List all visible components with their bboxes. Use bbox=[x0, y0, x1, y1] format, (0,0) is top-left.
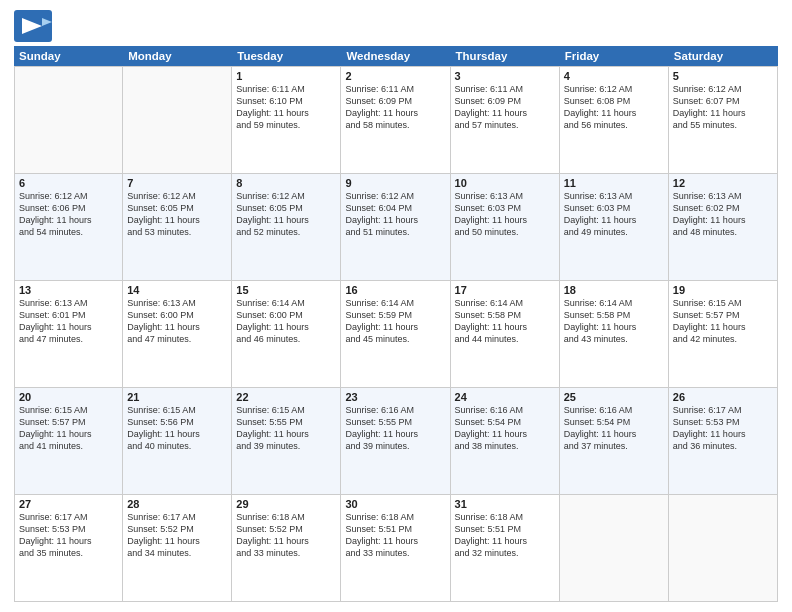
day-number: 27 bbox=[19, 498, 118, 510]
calendar: SundayMondayTuesdayWednesdayThursdayFrid… bbox=[14, 46, 778, 602]
day-info: Sunrise: 6:13 AMSunset: 6:03 PMDaylight:… bbox=[564, 190, 664, 239]
day-info: Sunrise: 6:15 AMSunset: 5:55 PMDaylight:… bbox=[236, 404, 336, 453]
calendar-empty-cell bbox=[123, 67, 232, 173]
day-info: Sunrise: 6:12 AMSunset: 6:04 PMDaylight:… bbox=[345, 190, 445, 239]
day-info: Sunrise: 6:18 AMSunset: 5:52 PMDaylight:… bbox=[236, 511, 336, 560]
calendar-day-8: 8Sunrise: 6:12 AMSunset: 6:05 PMDaylight… bbox=[232, 174, 341, 280]
day-info: Sunrise: 6:17 AMSunset: 5:53 PMDaylight:… bbox=[19, 511, 118, 560]
day-info: Sunrise: 6:12 AMSunset: 6:07 PMDaylight:… bbox=[673, 83, 773, 132]
day-number: 19 bbox=[673, 284, 773, 296]
day-info: Sunrise: 6:14 AMSunset: 5:58 PMDaylight:… bbox=[564, 297, 664, 346]
day-info: Sunrise: 6:14 AMSunset: 6:00 PMDaylight:… bbox=[236, 297, 336, 346]
calendar-day-11: 11Sunrise: 6:13 AMSunset: 6:03 PMDayligh… bbox=[560, 174, 669, 280]
day-info: Sunrise: 6:16 AMSunset: 5:54 PMDaylight:… bbox=[564, 404, 664, 453]
calendar-week-1: 1Sunrise: 6:11 AMSunset: 6:10 PMDaylight… bbox=[14, 66, 778, 174]
day-info: Sunrise: 6:13 AMSunset: 6:00 PMDaylight:… bbox=[127, 297, 227, 346]
page: SundayMondayTuesdayWednesdayThursdayFrid… bbox=[0, 0, 792, 612]
header-day-thursday: Thursday bbox=[451, 46, 560, 66]
day-info: Sunrise: 6:14 AMSunset: 5:58 PMDaylight:… bbox=[455, 297, 555, 346]
day-number: 7 bbox=[127, 177, 227, 189]
day-info: Sunrise: 6:14 AMSunset: 5:59 PMDaylight:… bbox=[345, 297, 445, 346]
calendar-day-20: 20Sunrise: 6:15 AMSunset: 5:57 PMDayligh… bbox=[14, 388, 123, 494]
header-day-tuesday: Tuesday bbox=[232, 46, 341, 66]
day-number: 10 bbox=[455, 177, 555, 189]
header-day-sunday: Sunday bbox=[14, 46, 123, 66]
logo bbox=[14, 10, 56, 42]
calendar-day-30: 30Sunrise: 6:18 AMSunset: 5:51 PMDayligh… bbox=[341, 495, 450, 601]
day-number: 18 bbox=[564, 284, 664, 296]
calendar-day-14: 14Sunrise: 6:13 AMSunset: 6:00 PMDayligh… bbox=[123, 281, 232, 387]
calendar-day-4: 4Sunrise: 6:12 AMSunset: 6:08 PMDaylight… bbox=[560, 67, 669, 173]
calendar-day-5: 5Sunrise: 6:12 AMSunset: 6:07 PMDaylight… bbox=[669, 67, 778, 173]
day-number: 25 bbox=[564, 391, 664, 403]
day-number: 28 bbox=[127, 498, 227, 510]
day-number: 29 bbox=[236, 498, 336, 510]
day-info: Sunrise: 6:15 AMSunset: 5:57 PMDaylight:… bbox=[673, 297, 773, 346]
calendar-day-23: 23Sunrise: 6:16 AMSunset: 5:55 PMDayligh… bbox=[341, 388, 450, 494]
calendar-day-7: 7Sunrise: 6:12 AMSunset: 6:05 PMDaylight… bbox=[123, 174, 232, 280]
header-day-saturday: Saturday bbox=[669, 46, 778, 66]
day-info: Sunrise: 6:13 AMSunset: 6:03 PMDaylight:… bbox=[455, 190, 555, 239]
header-day-wednesday: Wednesday bbox=[341, 46, 450, 66]
day-info: Sunrise: 6:12 AMSunset: 6:08 PMDaylight:… bbox=[564, 83, 664, 132]
day-number: 30 bbox=[345, 498, 445, 510]
calendar-day-1: 1Sunrise: 6:11 AMSunset: 6:10 PMDaylight… bbox=[232, 67, 341, 173]
calendar-week-2: 6Sunrise: 6:12 AMSunset: 6:06 PMDaylight… bbox=[14, 174, 778, 281]
day-info: Sunrise: 6:12 AMSunset: 6:05 PMDaylight:… bbox=[127, 190, 227, 239]
day-number: 23 bbox=[345, 391, 445, 403]
day-number: 12 bbox=[673, 177, 773, 189]
day-number: 5 bbox=[673, 70, 773, 82]
day-info: Sunrise: 6:13 AMSunset: 6:01 PMDaylight:… bbox=[19, 297, 118, 346]
calendar-week-4: 20Sunrise: 6:15 AMSunset: 5:57 PMDayligh… bbox=[14, 388, 778, 495]
day-number: 8 bbox=[236, 177, 336, 189]
calendar-day-2: 2Sunrise: 6:11 AMSunset: 6:09 PMDaylight… bbox=[341, 67, 450, 173]
day-info: Sunrise: 6:11 AMSunset: 6:09 PMDaylight:… bbox=[455, 83, 555, 132]
day-number: 20 bbox=[19, 391, 118, 403]
day-number: 9 bbox=[345, 177, 445, 189]
calendar-day-31: 31Sunrise: 6:18 AMSunset: 5:51 PMDayligh… bbox=[451, 495, 560, 601]
calendar-empty-cell bbox=[14, 67, 123, 173]
day-info: Sunrise: 6:17 AMSunset: 5:52 PMDaylight:… bbox=[127, 511, 227, 560]
calendar-day-13: 13Sunrise: 6:13 AMSunset: 6:01 PMDayligh… bbox=[14, 281, 123, 387]
calendar-week-3: 13Sunrise: 6:13 AMSunset: 6:01 PMDayligh… bbox=[14, 281, 778, 388]
calendar-day-18: 18Sunrise: 6:14 AMSunset: 5:58 PMDayligh… bbox=[560, 281, 669, 387]
calendar-day-25: 25Sunrise: 6:16 AMSunset: 5:54 PMDayligh… bbox=[560, 388, 669, 494]
calendar-day-24: 24Sunrise: 6:16 AMSunset: 5:54 PMDayligh… bbox=[451, 388, 560, 494]
day-info: Sunrise: 6:15 AMSunset: 5:56 PMDaylight:… bbox=[127, 404, 227, 453]
day-number: 31 bbox=[455, 498, 555, 510]
day-number: 4 bbox=[564, 70, 664, 82]
day-number: 2 bbox=[345, 70, 445, 82]
calendar-day-3: 3Sunrise: 6:11 AMSunset: 6:09 PMDaylight… bbox=[451, 67, 560, 173]
day-info: Sunrise: 6:11 AMSunset: 6:10 PMDaylight:… bbox=[236, 83, 336, 132]
header-day-monday: Monday bbox=[123, 46, 232, 66]
calendar-empty-cell bbox=[669, 495, 778, 601]
day-info: Sunrise: 6:16 AMSunset: 5:54 PMDaylight:… bbox=[455, 404, 555, 453]
day-number: 17 bbox=[455, 284, 555, 296]
day-info: Sunrise: 6:18 AMSunset: 5:51 PMDaylight:… bbox=[455, 511, 555, 560]
calendar-empty-cell bbox=[560, 495, 669, 601]
calendar-body: 1Sunrise: 6:11 AMSunset: 6:10 PMDaylight… bbox=[14, 66, 778, 602]
calendar-day-28: 28Sunrise: 6:17 AMSunset: 5:52 PMDayligh… bbox=[123, 495, 232, 601]
day-info: Sunrise: 6:18 AMSunset: 5:51 PMDaylight:… bbox=[345, 511, 445, 560]
calendar-day-27: 27Sunrise: 6:17 AMSunset: 5:53 PMDayligh… bbox=[14, 495, 123, 601]
calendar-day-9: 9Sunrise: 6:12 AMSunset: 6:04 PMDaylight… bbox=[341, 174, 450, 280]
day-number: 24 bbox=[455, 391, 555, 403]
day-number: 3 bbox=[455, 70, 555, 82]
calendar-day-21: 21Sunrise: 6:15 AMSunset: 5:56 PMDayligh… bbox=[123, 388, 232, 494]
calendar-week-5: 27Sunrise: 6:17 AMSunset: 5:53 PMDayligh… bbox=[14, 495, 778, 602]
calendar-day-10: 10Sunrise: 6:13 AMSunset: 6:03 PMDayligh… bbox=[451, 174, 560, 280]
header bbox=[14, 10, 778, 42]
day-info: Sunrise: 6:11 AMSunset: 6:09 PMDaylight:… bbox=[345, 83, 445, 132]
calendar-day-22: 22Sunrise: 6:15 AMSunset: 5:55 PMDayligh… bbox=[232, 388, 341, 494]
day-info: Sunrise: 6:13 AMSunset: 6:02 PMDaylight:… bbox=[673, 190, 773, 239]
day-number: 16 bbox=[345, 284, 445, 296]
calendar-day-19: 19Sunrise: 6:15 AMSunset: 5:57 PMDayligh… bbox=[669, 281, 778, 387]
day-number: 26 bbox=[673, 391, 773, 403]
calendar-day-17: 17Sunrise: 6:14 AMSunset: 5:58 PMDayligh… bbox=[451, 281, 560, 387]
day-info: Sunrise: 6:16 AMSunset: 5:55 PMDaylight:… bbox=[345, 404, 445, 453]
calendar-day-15: 15Sunrise: 6:14 AMSunset: 6:00 PMDayligh… bbox=[232, 281, 341, 387]
day-number: 11 bbox=[564, 177, 664, 189]
day-info: Sunrise: 6:12 AMSunset: 6:06 PMDaylight:… bbox=[19, 190, 118, 239]
calendar-day-16: 16Sunrise: 6:14 AMSunset: 5:59 PMDayligh… bbox=[341, 281, 450, 387]
calendar-day-26: 26Sunrise: 6:17 AMSunset: 5:53 PMDayligh… bbox=[669, 388, 778, 494]
